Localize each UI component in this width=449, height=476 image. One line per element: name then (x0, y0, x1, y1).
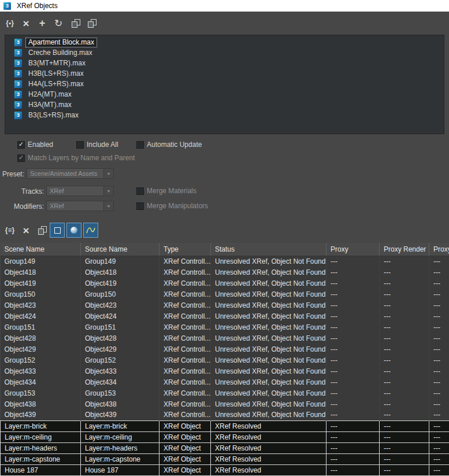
max-file-icon: 3 (14, 91, 22, 98)
convert-selected-alt-button[interactable] (84, 16, 99, 31)
table-cell: --- (380, 464, 429, 475)
column-header[interactable]: Scene Name (1, 243, 81, 256)
table-row[interactable]: Object429Object429XRef Controll...Unreso… (1, 344, 449, 355)
include-all-checkbox[interactable]: ✓ Include All (76, 141, 118, 149)
table-cell: Layer:m-capstone (81, 453, 159, 464)
table-row[interactable]: Object438Object438XRef Controll...Unreso… (1, 398, 449, 409)
list-objects-toggle[interactable] (50, 223, 65, 238)
table-row[interactable]: Object433Object433XRef Controll...Unreso… (1, 366, 449, 377)
merge-entity-button[interactable] (35, 223, 50, 238)
table-row[interactable]: Layer:m-headersLayer:m-headersXRef Objec… (1, 442, 449, 453)
table-row[interactable]: Object424Object424XRef Controll...Unreso… (1, 311, 449, 322)
table-cell: --- (429, 398, 449, 409)
file-list-item[interactable]: 3Creche Building.max (5, 47, 444, 58)
table-cell: Unresolved XRef, Object Not Found (211, 289, 326, 300)
material-sphere-icon (70, 227, 77, 234)
table-row[interactable]: Object434Object434XRef Controll...Unreso… (1, 377, 449, 388)
table-cell: Unresolved XRef, Object Not Found (211, 256, 326, 267)
max-file-icon: 3 (14, 49, 22, 57)
table-cell: Unresolved XRef, Object Not Found (211, 267, 326, 278)
file-list-item[interactable]: 3B3(LS+RS).max (5, 110, 444, 120)
table-row[interactable]: Layer:m-ceilingLayer:m-ceilingXRef Objec… (1, 431, 449, 442)
merge-materials-checkbox[interactable]: ✓ Merge Materials (136, 187, 196, 195)
duplicate-icon (72, 19, 80, 28)
delete-xref-record-button[interactable]: × (18, 16, 34, 31)
column-header[interactable]: Status (211, 243, 326, 256)
table-cell: --- (326, 366, 380, 377)
automatic-update-checkbox[interactable]: ✓ Automatic Update (136, 141, 202, 149)
add-xref-record-button[interactable]: + (35, 16, 50, 31)
table-cell: --- (326, 453, 380, 464)
convert-selected-button[interactable] (68, 16, 83, 31)
list-controllers-toggle[interactable] (83, 223, 98, 238)
xref-objects-window: 3 XRef Objects {▪} × + ↻ 3Apartment Bloc… (0, 0, 449, 476)
dropdown-value: XRef (47, 187, 103, 194)
table-cell: Object429 (81, 344, 159, 355)
table-row[interactable]: Object419Object419XRef Controll...Unreso… (1, 278, 449, 289)
max-file-icon: 3 (14, 101, 22, 109)
preset-label: Preset: (0, 170, 24, 178)
add-icon: + (39, 18, 46, 28)
update-xref-record-button[interactable]: ↻ (51, 16, 66, 31)
entity-list-button[interactable]: {≡} (2, 223, 17, 238)
table-cell: XRef Controll... (159, 409, 211, 420)
table-cell: Object418 (1, 267, 81, 278)
table-row[interactable]: Layer:m-capstoneLayer:m-capstoneXRef Obj… (1, 453, 449, 464)
max-file-icon: 3 (14, 112, 22, 119)
preset-dropdown[interactable]: Scene/Animated Assets ▼ (27, 168, 114, 179)
enabled-checkbox[interactable]: ✓ Enabled (17, 141, 53, 149)
table-cell: XRef Object (159, 453, 211, 464)
table-cell: --- (326, 409, 380, 420)
column-header[interactable]: Source Name (81, 243, 159, 256)
table-cell: --- (380, 278, 429, 289)
table-cell: Object433 (1, 366, 81, 377)
table-cell: --- (326, 300, 380, 311)
checkbox-box: ✓ (76, 141, 84, 149)
table-cell: Group149 (1, 256, 81, 267)
xref-file-list[interactable]: 3Apartment Block.max3Creche Building.max… (5, 35, 444, 134)
table-cell: Unresolved XRef, Object Not Found (211, 322, 326, 333)
tracks-dropdown[interactable]: XRef ▼ (46, 186, 114, 196)
table-row[interactable]: Group150Group150XRef Controll...Unresolv… (1, 289, 449, 300)
table-cell: --- (380, 409, 429, 420)
table-row[interactable]: Group152Group152XRef Controll...Unresolv… (1, 355, 449, 366)
column-header[interactable]: Proxy (326, 243, 380, 256)
merge-manipulators-checkbox[interactable]: ✓ Merge Manipulators (136, 202, 208, 210)
column-header[interactable]: Type (159, 243, 211, 256)
table-row[interactable]: Object439Object439XRef Controll...Unreso… (1, 409, 449, 420)
table-row[interactable]: Group153Group153XRef Controll...Unresolv… (1, 388, 449, 398)
table-cell: --- (429, 289, 449, 300)
checkbox-label: Enabled (28, 141, 53, 149)
table-cell: Layer:m-brick (81, 420, 159, 431)
table-row[interactable]: Group149Group149XRef Controll...Unresolv… (1, 256, 449, 267)
file-list-item[interactable]: 3Apartment Block.max (5, 37, 444, 47)
table-row[interactable]: Object418Object418XRef Controll...Unreso… (1, 267, 449, 278)
table-row[interactable]: House 187House 187XRef ObjectXRef Resolv… (1, 464, 449, 475)
table-cell: Layer:m-capstone (1, 453, 81, 464)
checkbox-label: Match Layers by Name and Parent (28, 154, 135, 162)
table-cell: --- (429, 431, 449, 442)
file-list-item[interactable]: 3B3(MT+MTR).max (5, 58, 444, 68)
file-list-item[interactable]: 3H3B(LS+RS).max (5, 68, 444, 79)
checkbox-box: ✓ (136, 141, 144, 149)
column-header[interactable]: Proxy (429, 243, 449, 256)
file-name: B3(LS+RS).max (25, 110, 81, 120)
list-materials-toggle[interactable] (66, 223, 81, 238)
create-xref-record-button[interactable]: {▪} (2, 16, 17, 31)
file-list-item[interactable]: 3H4A(LS+RS).max (5, 79, 444, 89)
table-row[interactable]: Layer:m-brickLayer:m-brickXRef ObjectXRe… (1, 420, 449, 431)
column-header[interactable]: Proxy Render (380, 243, 429, 256)
match-layers-checkbox[interactable]: ✓ Match Layers by Name and Parent (17, 154, 135, 162)
file-list-item[interactable]: 3H3A(MT).max (5, 99, 444, 110)
modifiers-dropdown[interactable]: XRef ▼ (46, 201, 114, 211)
table-cell: Layer:m-headers (81, 442, 159, 453)
file-list-item[interactable]: 3H2A(MT).max (5, 89, 444, 99)
table-row[interactable]: Group151Group151XRef Controll...Unresolv… (1, 322, 449, 333)
delete-entity-button[interactable]: × (18, 223, 34, 238)
table-cell: --- (429, 453, 449, 464)
table-row[interactable]: Object428Object428XRef Controll...Unreso… (1, 333, 449, 344)
checkbox-box: ✓ (136, 187, 144, 195)
table-cell: --- (380, 355, 429, 366)
table-cell: Object438 (81, 398, 159, 409)
table-row[interactable]: Object423Object423XRef Controll...Unreso… (1, 300, 449, 311)
